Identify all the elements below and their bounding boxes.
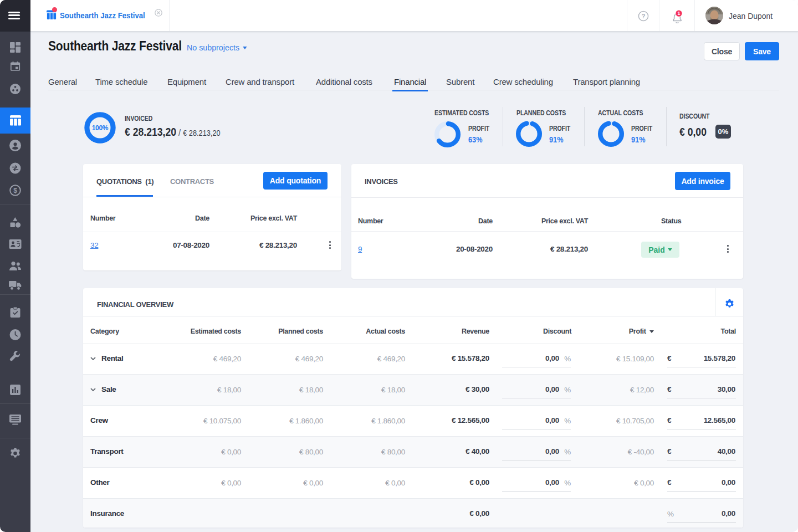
svg-text:1: 1 (677, 11, 680, 16)
svg-text:$: $ (13, 187, 17, 195)
svg-text:?: ? (642, 13, 646, 19)
svg-text:100%: 100% (92, 124, 109, 132)
